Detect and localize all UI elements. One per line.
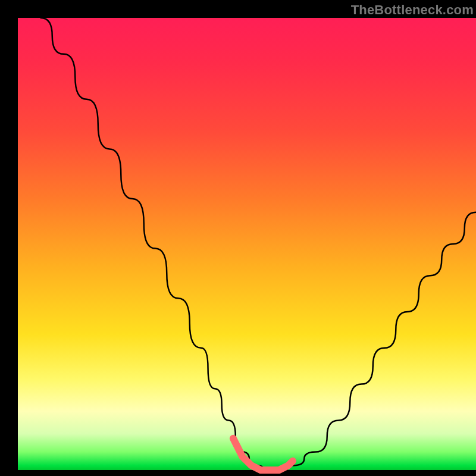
plot-area: [18, 18, 476, 470]
chart-frame: TheBottleneck.com: [0, 0, 476, 476]
curve-layer: [18, 18, 476, 470]
bottleneck-curve: [41, 18, 477, 470]
valley-highlight: [233, 439, 293, 470]
watermark-text: TheBottleneck.com: [351, 2, 474, 18]
